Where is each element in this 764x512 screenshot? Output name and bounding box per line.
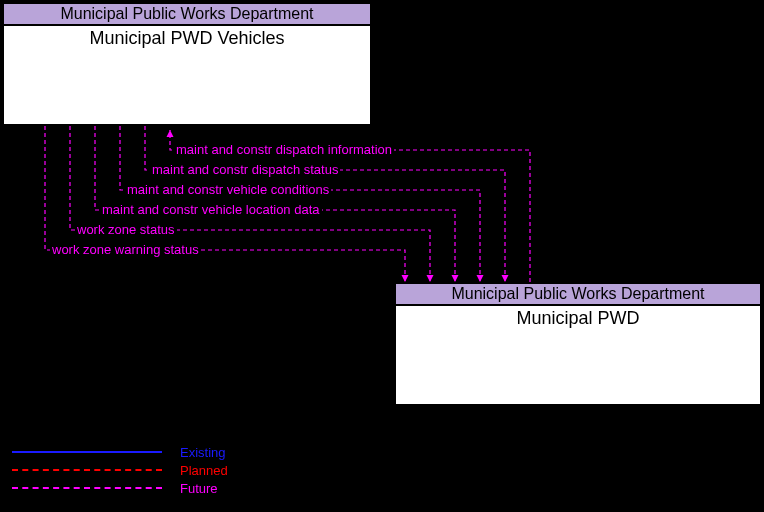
flow-label[interactable]: work zone warning status — [50, 242, 201, 257]
legend-line-icon — [12, 451, 162, 453]
legend-row-existing: Existing — [12, 443, 228, 461]
flow-label[interactable]: maint and constr dispatch information — [174, 142, 394, 157]
flow-label[interactable]: maint and constr vehicle location data — [100, 202, 322, 217]
flow-label[interactable]: maint and constr vehicle conditions — [125, 182, 331, 197]
entity-body: Municipal PWD — [396, 306, 760, 331]
legend-row-future: Future — [12, 479, 228, 497]
entity-municipal-pwd-vehicles[interactable]: Municipal Public Works Department Munici… — [2, 2, 372, 126]
flow-label[interactable]: work zone status — [75, 222, 177, 237]
legend: Existing Planned Future — [12, 443, 228, 497]
entity-body: Municipal PWD Vehicles — [4, 26, 370, 51]
entity-header: Municipal Public Works Department — [396, 284, 760, 306]
entity-municipal-pwd[interactable]: Municipal Public Works Department Munici… — [394, 282, 762, 406]
legend-label: Existing — [180, 445, 226, 460]
flow-label[interactable]: maint and constr dispatch status — [150, 162, 340, 177]
legend-line-icon — [12, 469, 162, 471]
legend-line-icon — [12, 487, 162, 489]
entity-header: Municipal Public Works Department — [4, 4, 370, 26]
legend-label: Future — [180, 481, 218, 496]
legend-row-planned: Planned — [12, 461, 228, 479]
legend-label: Planned — [180, 463, 228, 478]
